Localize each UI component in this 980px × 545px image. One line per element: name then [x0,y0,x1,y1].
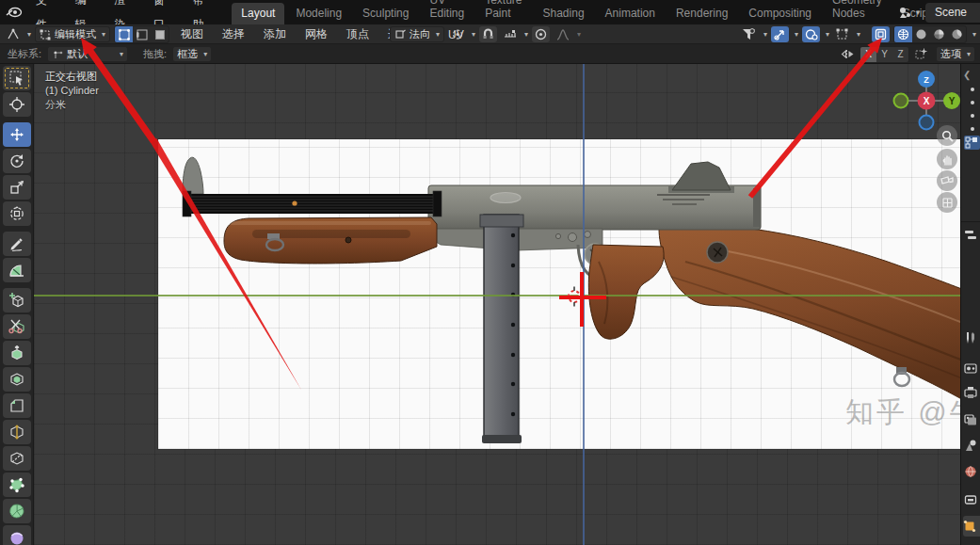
tool-move[interactable] [3,122,31,147]
pivot-caret[interactable]: ▾ [472,30,475,39]
snap-toggle-button[interactable] [479,26,497,42]
scene-icon[interactable] [897,6,912,19]
tab-rendering[interactable]: Rendering [667,3,737,24]
shading-solid-button[interactable] [912,26,930,42]
outliner-item-dot[interactable] [971,101,974,104]
snap-settings-button[interactable] [501,26,519,42]
tab-texture-paint[interactable]: Texture Paint [475,0,531,24]
mirror-z-button[interactable]: Z [892,47,908,62]
tab-render[interactable] [964,358,980,378]
tab-world[interactable] [964,461,980,482]
pan-view-button[interactable] [937,149,957,169]
tool-loop-cut[interactable] [3,420,31,444]
outliner-item-dot[interactable] [971,114,974,118]
visibility-filter-button[interactable] [740,26,758,42]
mirror-y-button[interactable]: Y [876,47,892,62]
outliner-item-dot[interactable] [971,88,974,91]
perspective-toggle-button[interactable] [937,192,957,213]
viewport-3d[interactable]: 正交右视图 (1) Cylinder 分米 知乎 @牛大 Z Y X [34,64,980,545]
outliner-selected-item[interactable] [964,136,980,150]
tool-select-box[interactable] [3,66,31,90]
mode-selector[interactable]: 编辑模式 ▾ [35,26,110,42]
tab-scene[interactable] [964,435,980,456]
outliner-item-dot[interactable] [971,127,974,131]
drag-label: 拖拽: [143,47,167,61]
collapse-region-arrow[interactable]: ❮ [963,70,971,80]
editor-type-caret[interactable]: ▾ [27,30,31,39]
shading-wireframe-button[interactable] [894,26,912,42]
orientation-icon [394,29,406,40]
stock-sling-swivel [894,373,909,386]
show-gizmos-caret[interactable]: ▾ [795,30,798,39]
pivot-point-button[interactable] [448,26,466,42]
proportional-editing-button[interactable] [532,26,550,42]
properties-editor-menu-icon[interactable] [964,225,980,246]
tool-poly-build[interactable] [3,473,31,497]
tool-annotate[interactable] [3,232,31,256]
falloff-caret[interactable]: ▾ [577,30,581,39]
menu-add[interactable]: 添加 [256,26,294,42]
svg-text:Z: Z [924,75,929,85]
camera-view-button[interactable] [937,170,957,191]
drag-mode-selector[interactable]: 框选 ▾ [172,46,212,62]
tool-measure[interactable] [3,258,31,282]
xray-settings-caret[interactable]: ▾ [857,30,860,39]
tool-inset-faces[interactable] [3,367,31,392]
active-object-label: (1) Cylinder [45,84,99,98]
mirror-x-button[interactable]: X [860,47,876,62]
tab-tool[interactable] [964,328,980,348]
select-mode-edge-button[interactable] [133,26,151,42]
tool-transform[interactable] [3,201,31,226]
show-gizmos-button[interactable] [771,26,789,42]
gizmo-axis-y-neg[interactable] [894,94,908,108]
editor-type-button[interactable] [4,26,22,42]
tool-add-cube[interactable] [3,288,31,313]
tool-options-dropdown[interactable]: 选项 ▾ [936,46,975,62]
tab-view-layer[interactable] [964,409,980,429]
xray-settings-button[interactable] [833,26,851,42]
shading-material-button[interactable] [930,26,948,42]
tab-object[interactable] [963,516,980,537]
tool-knife[interactable] [3,446,31,471]
select-mode-face-button[interactable] [151,26,169,42]
tab-geometry-nodes[interactable]: Geometry Nodes [823,0,892,24]
tool-rotate[interactable] [3,149,31,173]
scene-selector[interactable]: Scene [925,3,980,23]
shading-rendered-button[interactable] [948,26,966,42]
show-overlays-button[interactable] [802,26,820,42]
snap-base-icon[interactable] [914,48,927,60]
tool-rip-region[interactable] [3,314,31,339]
right-panel: ❮ [960,64,980,545]
snap-settings-caret[interactable]: ▾ [524,30,528,39]
menu-mesh[interactable]: 网格 [297,26,335,42]
tab-compositing[interactable]: Compositing [739,3,821,24]
tool-cursor[interactable] [3,92,31,117]
tab-sculpting[interactable]: Sculpting [353,3,418,24]
gizmo-axis-z-neg[interactable] [920,116,934,130]
tab-layout[interactable]: Layout [232,3,284,24]
visibility-filter-caret[interactable]: ▾ [763,30,767,39]
menu-select[interactable]: 选择 [215,26,252,42]
tool-extrude-region[interactable] [3,341,31,365]
toggle-xray-button[interactable] [872,26,890,42]
tool-bevel[interactable] [3,393,31,418]
show-overlays-caret[interactable]: ▾ [826,30,829,39]
coord-system-selector[interactable]: 默认 ▾ [47,46,128,62]
tool-scale[interactable] [3,175,31,200]
transform-orientation-selector[interactable]: 法向 ▾ [390,26,444,42]
shading-dropdown-caret[interactable]: ▾ [972,30,976,39]
tab-uv-editing[interactable]: UV Editing [420,0,474,24]
zoom-view-button[interactable] [937,125,957,146]
select-mode-vertex-button[interactable] [115,26,133,42]
tab-output[interactable] [964,382,980,403]
tab-animation[interactable]: Animation [596,3,665,24]
tool-smooth[interactable] [3,525,31,545]
menu-view[interactable]: 视图 [173,26,211,42]
tool-spin[interactable] [3,499,31,523]
tab-modeling[interactable]: Modeling [286,3,351,24]
scene-icon-caret[interactable]: ▾ [916,8,920,17]
tab-collection[interactable] [964,489,980,510]
tab-shading[interactable]: Shading [534,3,594,24]
menu-vertex[interactable]: 顶点 [339,26,377,42]
proportional-falloff-button[interactable] [554,26,571,42]
